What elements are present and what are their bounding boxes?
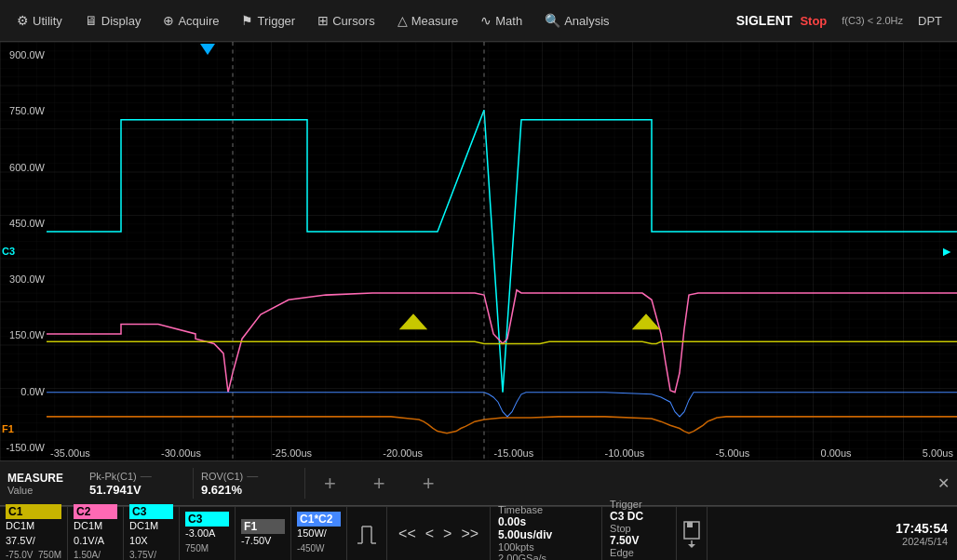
menu-trigger[interactable]: ⚑ Trigger xyxy=(232,9,304,32)
y-axis-labels: 900.0W 750.0W 600.0W 450.0W 300.0W 150.0… xyxy=(0,42,48,460)
display-icon: 🖥 xyxy=(85,13,98,28)
trigger-icon: ⚑ xyxy=(241,13,253,28)
brand-area: SIGLENT Stop f(C3) < 2.0Hz DPT xyxy=(736,10,950,32)
trigger-voltage: 7.50V xyxy=(610,534,668,547)
menu-cursors[interactable]: ⊞ Cursors xyxy=(308,9,384,32)
waveforms-svg xyxy=(47,42,957,460)
scope-icons xyxy=(347,507,387,560)
measure-title: MEASURE xyxy=(7,472,82,485)
clock-time: 17:45:54 xyxy=(896,521,948,536)
freq-display: f(C3) < 2.0Hz xyxy=(842,15,903,26)
f1-label-status: F1 xyxy=(241,519,285,534)
f1-values: -7.50V xyxy=(241,534,285,548)
waveform-area: C3 F1 ► 900.0W 750.0W xyxy=(0,42,957,461)
x-label-5: -10.00us xyxy=(604,447,644,459)
channel-f1-block[interactable]: F1 -7.50V xyxy=(236,507,291,560)
measure-add-1[interactable]: + xyxy=(305,472,355,496)
measure-add-2[interactable]: + xyxy=(355,472,404,496)
measure-group-pkpk: Pk-Pk(C1) — 51.7941V xyxy=(82,468,194,499)
analysis-icon: 🔍 xyxy=(545,13,560,28)
brand-name: SIGLENT xyxy=(736,13,793,28)
stop-button[interactable]: Stop xyxy=(800,14,827,28)
nav-right-double[interactable]: >> xyxy=(457,524,482,544)
x-axis-labels: -35.00us -30.00us -25.00us -20.00us -15.… xyxy=(47,447,957,459)
menu-math-label: Math xyxy=(495,14,522,28)
channel-c2-block[interactable]: C2 DC1M 0.1V/A1.50A/ xyxy=(68,507,124,560)
math-label: C1*C2 xyxy=(297,512,341,527)
y-label-1: 750.0W xyxy=(4,105,45,116)
channel-math-block[interactable]: C1*C2 150W/-450W xyxy=(291,507,347,560)
menu-acquire-label: Acquire xyxy=(178,14,219,28)
svg-rect-12 xyxy=(687,522,693,527)
trigger-stop: Stop xyxy=(610,523,668,534)
menu-analysis[interactable]: 🔍 Analysis xyxy=(535,9,618,32)
measure-rov-value: 9.621% xyxy=(201,483,297,497)
c2-values: 0.1V/A1.50A/ xyxy=(74,534,117,560)
x-label-1: -30.00us xyxy=(161,447,201,459)
trigger-type: C3 DC xyxy=(610,510,668,523)
status-bar: C1 DC1M 37.5V/-75.0V 750M C2 DC1M 0.1V/A… xyxy=(0,506,957,560)
channel-c3-block[interactable]: C3 DC1M 10X3.75V/ xyxy=(124,507,180,560)
x-label-7: 0.00us xyxy=(821,447,852,459)
menu-display-label: Display xyxy=(101,14,142,28)
nav-left[interactable]: < xyxy=(422,524,438,544)
y-label-4: 300.0W xyxy=(4,273,45,285)
menu-analysis-label: Analysis xyxy=(564,14,609,28)
acquire-icon: ⊕ xyxy=(163,13,174,28)
measure-pkpk-value: 51.7941V xyxy=(89,483,185,497)
save-icon xyxy=(682,520,701,548)
menu-measure[interactable]: △ Measure xyxy=(388,9,468,32)
c3-values: 10X3.75V/ xyxy=(129,534,173,560)
menu-cursors-label: Cursors xyxy=(332,14,375,28)
c1-label: C1 xyxy=(6,504,61,519)
c3b-label: C3 xyxy=(185,512,229,527)
timebase-delay: 0.00s xyxy=(498,515,594,528)
c3b-values: -3.00A750M xyxy=(185,527,229,555)
nav-right[interactable]: > xyxy=(439,524,455,544)
menu-acquire[interactable]: ⊕ Acquire xyxy=(154,9,228,32)
math-icon: ∿ xyxy=(480,13,492,28)
timebase-display: Timebase 0.00s 5.00us/div 100kpts 2.00GS… xyxy=(491,507,602,560)
svg-marker-3 xyxy=(633,314,659,329)
y-label-5: 150.0W xyxy=(4,329,45,340)
x-label-8: 5.00us xyxy=(923,447,953,459)
x-label-4: -15.00us xyxy=(493,447,533,459)
scope-area: C3 F1 ► 900.0W 750.0W xyxy=(0,42,957,560)
y-label-3: 450.0W xyxy=(4,218,45,229)
menu-math[interactable]: ∿ Math xyxy=(471,9,532,32)
trigger-display: Trigger C3 DC Stop 7.50V Edge Rising xyxy=(602,507,677,560)
c1-coupling: DC1M xyxy=(6,519,61,533)
x-label-3: -20.00us xyxy=(383,447,423,459)
menu-display[interactable]: 🖥 Display xyxy=(75,9,151,32)
math-values: 150W/-450W xyxy=(297,527,341,555)
timebase-label: Timebase xyxy=(498,504,594,515)
menu-bar: ⚙ Utility 🖥 Display ⊕ Acquire ⚑ Trigger … xyxy=(0,0,957,42)
svg-marker-14 xyxy=(688,544,695,548)
measure-add-3[interactable]: + xyxy=(404,472,453,496)
y-label-7: -150.0W xyxy=(4,442,45,453)
timebase-rate: 2.00GSa/s xyxy=(498,553,594,561)
measure-close-button[interactable]: ✕ xyxy=(937,474,950,492)
dpt-button[interactable]: DPT xyxy=(910,10,950,32)
measure-group-rov: ROV(C1) — 9.621% xyxy=(194,468,305,499)
cursors-icon: ⊞ xyxy=(317,13,329,28)
y-label-2: 600.0W xyxy=(4,162,45,173)
c2-label: C2 xyxy=(74,504,117,519)
menu-utility-label: Utility xyxy=(33,14,62,28)
measure-pkpk-dash: — xyxy=(141,470,152,483)
clock-date: 2024/5/14 xyxy=(896,536,948,547)
c3-coupling: DC1M xyxy=(129,519,173,533)
clock-area: 17:45:54 2024/5/14 xyxy=(886,507,957,560)
x-label-0: -35.00us xyxy=(50,447,90,459)
y-label-6: 0.0W xyxy=(4,386,45,397)
nav-controls: << < > >> xyxy=(387,507,491,560)
nav-left-double[interactable]: << xyxy=(395,524,420,544)
channel-c1-block[interactable]: C1 DC1M 37.5V/-75.0V 750M xyxy=(0,507,68,560)
measure-icon: △ xyxy=(398,13,408,28)
menu-measure-label: Measure xyxy=(411,14,459,28)
save-icon-area xyxy=(677,507,708,560)
measure-pkpk-name: Pk-Pk(C1) xyxy=(89,471,137,482)
menu-utility[interactable]: ⚙ Utility xyxy=(7,9,72,32)
channel-c3b-block[interactable]: C3 -3.00A750M xyxy=(180,507,236,560)
measure-rov-dash: — xyxy=(247,470,258,483)
